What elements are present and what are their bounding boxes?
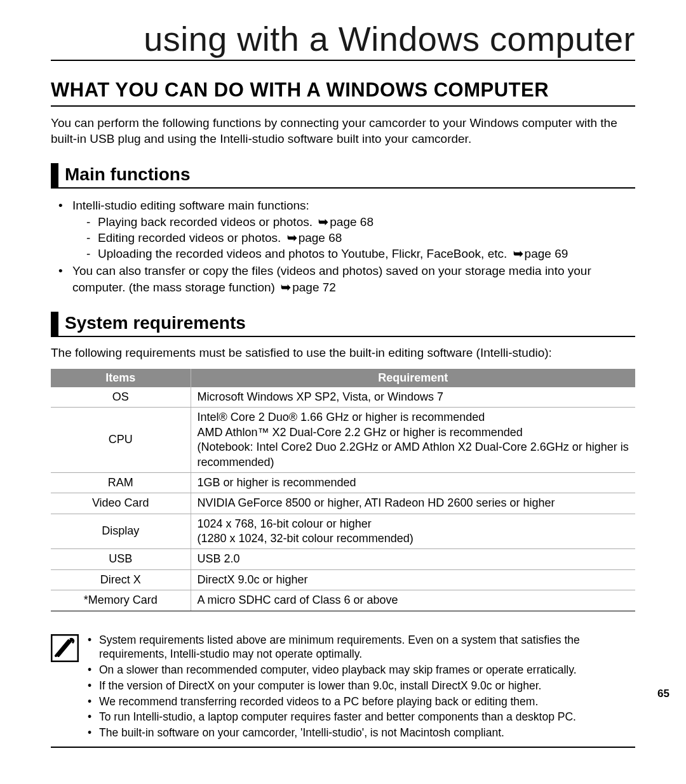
system-requirements-heading-row: System requirements xyxy=(51,312,635,337)
table-row: USBUSB 2.0 xyxy=(51,549,635,569)
notes-block: System requirements listed above are min… xyxy=(51,633,635,748)
table-header-requirement: Requirement xyxy=(191,369,635,387)
table-cell-requirement: 1GB or higher is recommended xyxy=(191,472,635,493)
table-cell-item: Direct X xyxy=(51,569,191,590)
list-item-text: Editing recorded videos or photos. xyxy=(98,231,281,244)
page-ref: page 68 xyxy=(299,231,342,244)
page-number: 65 xyxy=(657,688,669,700)
list-item: We recommend transferring recorded video… xyxy=(85,694,635,709)
system-requirements-intro: The following requirements must be satis… xyxy=(51,346,635,360)
list-item: Editing recorded videos or photos. ➥page… xyxy=(84,230,635,246)
table-row: Display1024 x 768, 16-bit colour or high… xyxy=(51,514,635,549)
page-ref-arrow-icon: ➥ xyxy=(318,214,328,230)
table-header-items: Items xyxy=(51,369,191,387)
list-item-text: Uploading the recorded videos and photos… xyxy=(98,247,507,260)
table-cell-item: Video Card xyxy=(51,493,191,514)
intro-paragraph: You can perform the following functions … xyxy=(51,116,635,147)
page-ref: page 72 xyxy=(292,281,336,294)
main-functions-heading: Main functions xyxy=(65,163,635,187)
page-ref-arrow-icon: ➥ xyxy=(287,230,297,246)
heading-accent-bar xyxy=(51,312,58,336)
main-functions-list: Intelli-studio editing software main fun… xyxy=(56,197,635,295)
table-cell-requirement: Intel® Core 2 Duo® 1.66 GHz or higher is… xyxy=(191,408,635,473)
table-row: CPUIntel® Core 2 Duo® 1.66 GHz or higher… xyxy=(51,408,635,473)
list-item: If the version of DirectX on your comput… xyxy=(85,679,635,693)
table-cell-item: OS xyxy=(51,387,191,408)
page-ref: page 69 xyxy=(525,247,568,260)
table-cell-item: RAM xyxy=(51,472,191,493)
note-icon-cell xyxy=(51,633,85,741)
list-item: Intelli-studio editing software main fun… xyxy=(56,197,635,262)
note-icon xyxy=(51,634,79,662)
notes-list: System requirements listed above are min… xyxy=(85,633,635,741)
chapter-title: using with a Windows computer xyxy=(51,19,635,61)
table-cell-item: *Memory Card xyxy=(51,590,191,611)
heading-accent-bar xyxy=(51,163,58,187)
table-header-row: Items Requirement xyxy=(51,369,635,387)
sub-list: Playing back recorded videos or photos. … xyxy=(84,214,635,262)
table-cell-item: Display xyxy=(51,514,191,549)
table-cell-requirement: Microsoft Windows XP SP2, Vista, or Wind… xyxy=(191,387,635,408)
list-item: You can also transfer or copy the files … xyxy=(56,263,635,295)
list-item: Playing back recorded videos or photos. … xyxy=(84,214,635,230)
list-item-lead: Intelli-studio editing software main fun… xyxy=(72,199,309,212)
section-title: WHAT YOU CAN DO WITH A WINDOWS COMPUTER xyxy=(51,79,635,107)
table-cell-requirement: DirectX 9.0c or higher xyxy=(191,569,635,590)
list-item-text: Playing back recorded videos or photos. xyxy=(98,215,313,229)
main-functions-heading-row: Main functions xyxy=(51,163,635,189)
page-ref: page 68 xyxy=(330,215,373,229)
table-row: RAM1GB or higher is recommended xyxy=(51,472,635,493)
table-cell-requirement: 1024 x 768, 16-bit colour or higher(1280… xyxy=(191,514,635,549)
list-item: System requirements listed above are min… xyxy=(85,633,635,662)
table-row: Direct XDirectX 9.0c or higher xyxy=(51,569,635,590)
list-item: The built-in software on your camcorder,… xyxy=(85,726,635,740)
page-ref-arrow-icon: ➥ xyxy=(513,246,523,262)
table-row: OSMicrosoft Windows XP SP2, Vista, or Wi… xyxy=(51,387,635,408)
list-item: Uploading the recorded videos and photos… xyxy=(84,246,635,262)
table-cell-item: CPU xyxy=(51,408,191,473)
table-row: *Memory CardA micro SDHC card of Class 6… xyxy=(51,590,635,611)
table-cell-requirement: USB 2.0 xyxy=(191,549,635,569)
table-row: Video CardNVIDIA GeForce 8500 or higher,… xyxy=(51,493,635,514)
system-requirements-heading: System requirements xyxy=(65,312,635,336)
list-item: On a slower than recommended computer, v… xyxy=(85,663,635,677)
requirements-table: Items Requirement OSMicrosoft Windows XP… xyxy=(51,369,635,611)
page-ref-arrow-icon: ➥ xyxy=(281,279,291,295)
table-cell-requirement: A micro SDHC card of Class 6 or above xyxy=(191,590,635,611)
table-cell-requirement: NVIDIA GeForce 8500 or higher, ATI Radeo… xyxy=(191,493,635,514)
list-item: To run Intelli-studio, a laptop computer… xyxy=(85,710,635,724)
table-cell-item: USB xyxy=(51,549,191,569)
